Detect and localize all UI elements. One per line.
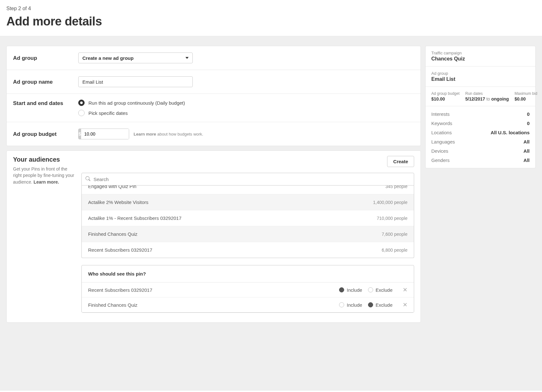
sidebar-group-label: Ad group bbox=[431, 71, 530, 76]
audience-count: 7,600 people bbox=[382, 232, 407, 237]
targeting-label: Locations bbox=[431, 130, 452, 135]
radio-icon bbox=[368, 287, 373, 292]
ad-group-name-label: Ad group name bbox=[13, 78, 78, 85]
search-icon bbox=[86, 176, 90, 182]
audience-list-item[interactable]: Engaged with Quiz Pin345 people bbox=[82, 186, 414, 194]
visibility-row: Recent Subscribers 03292017IncludeExclud… bbox=[82, 283, 414, 298]
audience-count: 710,000 people bbox=[377, 216, 407, 221]
radio-icon bbox=[339, 302, 344, 307]
audience-count: 345 people bbox=[386, 186, 407, 189]
sidebar-group-name: Email List bbox=[431, 76, 530, 82]
targeting-summary: Interests0Keywords0LocationsAll U.S. loc… bbox=[426, 106, 535, 168]
remove-icon[interactable]: ✕ bbox=[403, 302, 407, 308]
audience-list-item[interactable]: Actalike 1% - Recent Subscribers 0329201… bbox=[82, 210, 414, 226]
targeting-label: Languages bbox=[431, 139, 455, 144]
targeting-value: All bbox=[524, 139, 530, 144]
audiences-card: Your audiences Get your Pins in front of… bbox=[6, 150, 421, 323]
targeting-label: Devices bbox=[431, 148, 448, 154]
ad-group-form-card: Ad group Create a new ad group Ad group … bbox=[6, 46, 421, 146]
include-option[interactable]: Include bbox=[339, 287, 362, 293]
visibility-audience-name: Recent Subscribers 03292017 bbox=[88, 287, 339, 293]
ad-group-select-text: Create a new ad group bbox=[82, 55, 134, 61]
audience-name: Actalike 2% Website Visitors bbox=[88, 200, 149, 205]
audience-count: 6,800 people bbox=[382, 248, 407, 253]
metric-budget-label: Ad group budget bbox=[431, 91, 460, 96]
targeting-row: DevicesAll bbox=[426, 146, 535, 156]
radio-pick-dates[interactable]: Pick specific dates bbox=[78, 110, 414, 116]
visibility-box: Who should see this pin? Recent Subscrib… bbox=[81, 265, 414, 313]
include-option[interactable]: Include bbox=[339, 302, 362, 308]
dates-label: Start and end dates bbox=[13, 100, 78, 107]
currency-prefix: $ bbox=[79, 129, 81, 139]
campaign-name: Chances Quiz bbox=[431, 56, 530, 62]
exclude-option[interactable]: Exclude bbox=[368, 287, 393, 293]
learn-more-link[interactable]: Learn more bbox=[134, 132, 156, 136]
metric-dates-value: 5/12/2017 to ongoing bbox=[465, 96, 509, 102]
step-indicator: Step 2 of 4 bbox=[6, 6, 536, 11]
metric-maxbid-value: $0.00 bbox=[515, 96, 537, 102]
targeting-value: All bbox=[524, 148, 530, 154]
visibility-audience-name: Finished Chances Quiz bbox=[88, 302, 339, 308]
targeting-row: Keywords0 bbox=[426, 119, 535, 128]
radio-icon bbox=[368, 302, 373, 307]
metric-maxbid-label: Maximum bid bbox=[515, 91, 537, 96]
targeting-value: 0 bbox=[527, 121, 530, 126]
radio-continuous[interactable]: Run this ad group continuously (Daily bu… bbox=[78, 100, 414, 106]
audiences-title: Your audiences bbox=[13, 156, 75, 163]
create-audience-button[interactable]: Create bbox=[387, 156, 414, 167]
targeting-value: 0 bbox=[527, 111, 530, 117]
visibility-title: Who should see this pin? bbox=[82, 265, 414, 283]
ad-group-label: Ad group bbox=[13, 54, 78, 61]
campaign-type-label: Traffic campaign bbox=[431, 51, 530, 55]
radio-icon bbox=[78, 110, 85, 116]
chevron-down-icon bbox=[185, 57, 189, 59]
audiences-description: Get your Pins in front of the right peop… bbox=[13, 166, 75, 185]
remove-icon[interactable]: ✕ bbox=[403, 287, 407, 293]
targeting-label: Genders bbox=[431, 158, 450, 163]
audience-count: 1,400,000 people bbox=[373, 200, 407, 205]
radio-icon bbox=[339, 287, 344, 292]
targeting-value: All bbox=[524, 158, 530, 163]
targeting-row: LanguagesAll bbox=[426, 137, 535, 146]
budget-field[interactable]: $ bbox=[78, 129, 129, 139]
audience-name: Engaged with Quiz Pin bbox=[88, 186, 136, 189]
visibility-row: Finished Chances QuizIncludeExclude✕ bbox=[82, 298, 414, 312]
metric-dates-label: Run dates bbox=[465, 91, 509, 96]
summary-sidebar: Traffic campaign Chances Quiz Ad group E… bbox=[425, 46, 536, 168]
audience-list-item[interactable]: Finished Chances Quiz7,600 people bbox=[82, 226, 414, 242]
audience-name: Finished Chances Quiz bbox=[88, 231, 137, 237]
radio-pick-label: Pick specific dates bbox=[88, 110, 128, 116]
page-title: Add more details bbox=[6, 15, 536, 28]
audience-search-input[interactable] bbox=[94, 177, 410, 182]
budget-label: Ad group budget bbox=[13, 130, 78, 137]
page-header: Step 2 of 4 Add more details bbox=[0, 0, 542, 36]
budget-hint: Learn more about how budgets work. bbox=[134, 132, 203, 136]
ad-group-name-input[interactable] bbox=[78, 76, 193, 87]
targeting-row: LocationsAll U.S. locations bbox=[426, 128, 535, 137]
audience-list-item[interactable]: Recent Subscribers 032920176,800 people bbox=[82, 242, 414, 258]
audiences-learn-more-link[interactable]: Learn more. bbox=[34, 179, 59, 185]
ad-group-select[interactable]: Create a new ad group bbox=[78, 52, 193, 63]
targeting-label: Keywords bbox=[431, 121, 452, 126]
targeting-label: Interests bbox=[431, 111, 450, 117]
targeting-row: GendersAll bbox=[426, 156, 535, 165]
audience-name: Actalike 1% - Recent Subscribers 0329201… bbox=[88, 215, 182, 221]
audience-search-box[interactable] bbox=[81, 173, 414, 186]
targeting-value: All U.S. locations bbox=[490, 130, 530, 135]
budget-input[interactable] bbox=[81, 129, 129, 139]
exclude-option[interactable]: Exclude bbox=[368, 302, 393, 308]
targeting-row: Interests0 bbox=[426, 109, 535, 119]
audience-list-item[interactable]: Actalike 2% Website Visitors1,400,000 pe… bbox=[82, 194, 414, 210]
audience-list[interactable]: Engaged with Quiz Pin345 peopleActalike … bbox=[81, 186, 414, 258]
metric-budget-value: $10.00 bbox=[431, 96, 460, 102]
radio-continuous-label: Run this ad group continuously (Daily bu… bbox=[88, 100, 185, 106]
radio-icon bbox=[78, 100, 85, 106]
audience-name: Recent Subscribers 03292017 bbox=[88, 247, 152, 253]
